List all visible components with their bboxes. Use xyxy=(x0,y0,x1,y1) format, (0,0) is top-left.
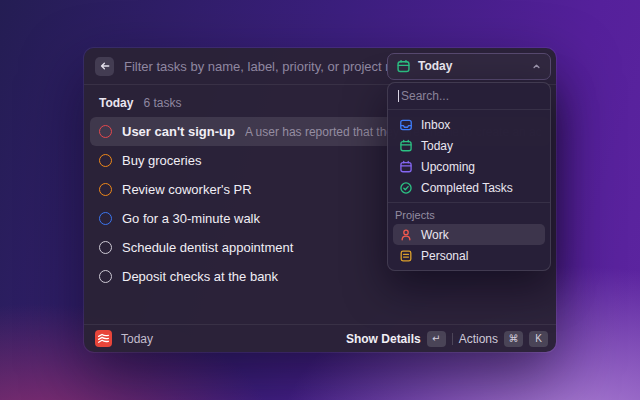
priority-circle-icon[interactable] xyxy=(99,270,112,283)
dropdown-item-label: Personal xyxy=(421,249,468,263)
calendar-icon xyxy=(399,160,413,174)
footer-actions: Show Details ↵ Actions ⌘ K xyxy=(346,331,548,347)
dropdown-item-label: Upcoming xyxy=(421,160,475,174)
cmd-key-badge: ⌘ xyxy=(504,331,523,347)
dropdown-item-completed-tasks[interactable]: Completed Tasks xyxy=(393,177,545,198)
dropdown-item-today[interactable]: Today xyxy=(393,135,545,156)
person-icon xyxy=(399,228,413,242)
dropdown-projects-group: Work Personal xyxy=(388,224,550,270)
arrow-left-icon xyxy=(99,60,111,72)
back-button[interactable] xyxy=(95,57,114,76)
calendar-icon xyxy=(399,139,413,153)
todoist-logo-icon xyxy=(95,330,112,347)
task-title: Buy groceries xyxy=(122,153,201,168)
section-task-count: 6 tasks xyxy=(143,96,181,110)
inbox-icon xyxy=(399,118,413,132)
view-dropdown-label: Today xyxy=(418,59,452,73)
journal-box-icon xyxy=(399,249,413,263)
desktop-background: Filter tasks by name, label, priority, o… xyxy=(0,0,640,400)
priority-circle-icon[interactable] xyxy=(99,125,112,138)
actions-button[interactable]: Actions xyxy=(459,332,498,346)
priority-circle-icon[interactable] xyxy=(99,154,112,167)
dropdown-item-inbox[interactable]: Inbox xyxy=(393,114,545,135)
show-details-button[interactable]: Show Details xyxy=(346,332,421,346)
dropdown-item-upcoming[interactable]: Upcoming xyxy=(393,156,545,177)
dropdown-item-label: Inbox xyxy=(421,118,450,132)
task-title: Schedule dentist appointment xyxy=(122,240,293,255)
dropdown-search-input[interactable]: Search... xyxy=(388,83,550,110)
text-caret xyxy=(398,90,399,102)
priority-circle-icon[interactable] xyxy=(99,183,112,196)
priority-circle-icon[interactable] xyxy=(99,241,112,254)
view-dropdown-panel: Search... Inbox Today xyxy=(387,82,551,271)
view-dropdown-button[interactable]: Today xyxy=(387,53,551,80)
dropdown-views-group: Inbox Today Upcoming xyxy=(388,110,550,202)
task-title: Go for a 30-minute walk xyxy=(122,211,260,226)
task-title: Deposit checks at the bank xyxy=(122,269,278,284)
section-title: Today xyxy=(99,96,133,110)
k-key-badge: K xyxy=(529,331,548,347)
command-palette-window: Filter tasks by name, label, priority, o… xyxy=(84,48,556,352)
footer-bar: Today Show Details ↵ Actions ⌘ K xyxy=(84,324,556,352)
footer-context-label: Today xyxy=(121,332,153,346)
dropdown-search-placeholder: Search... xyxy=(401,89,449,103)
dropdown-item-project-personal[interactable]: Personal xyxy=(393,245,545,266)
dropdown-item-label: Today xyxy=(421,139,453,153)
priority-circle-icon[interactable] xyxy=(99,212,112,225)
enter-key-badge: ↵ xyxy=(427,331,446,347)
task-title: User can't sign-up xyxy=(122,124,235,139)
calendar-icon xyxy=(396,59,411,74)
dropdown-item-label: Work xyxy=(421,228,449,242)
filter-input[interactable]: Filter tasks by name, label, priority, o… xyxy=(124,59,387,74)
footer-divider xyxy=(452,333,453,345)
dropdown-item-label: Completed Tasks xyxy=(421,181,513,195)
dropdown-item-project-work[interactable]: Work xyxy=(393,224,545,245)
projects-section-label: Projects xyxy=(388,203,550,224)
check-circle-icon xyxy=(399,181,413,195)
chevron-up-icon xyxy=(531,61,542,72)
task-title: Review coworker's PR xyxy=(122,182,252,197)
filter-header: Filter tasks by name, label, priority, o… xyxy=(84,48,556,85)
